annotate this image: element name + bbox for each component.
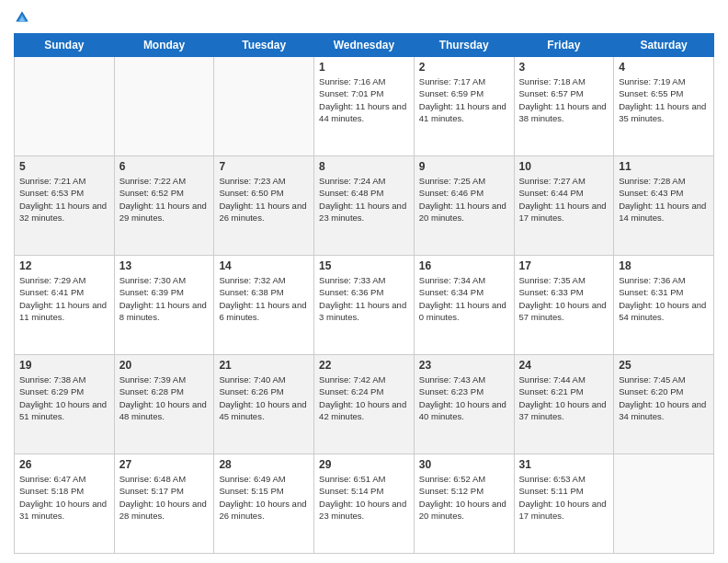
calendar-week-row: 12Sunrise: 7:29 AM Sunset: 6:41 PM Dayli… <box>15 256 714 355</box>
calendar-day-cell: 16Sunrise: 7:34 AM Sunset: 6:34 PM Dayli… <box>414 256 514 355</box>
calendar-week-row: 26Sunrise: 6:47 AM Sunset: 5:18 PM Dayli… <box>15 454 714 554</box>
day-number: 30 <box>419 458 509 471</box>
day-number: 20 <box>119 359 210 372</box>
day-info: Sunrise: 6:49 AM Sunset: 5:15 PM Dayligh… <box>219 473 309 522</box>
calendar-day-cell: 28Sunrise: 6:49 AM Sunset: 5:15 PM Dayli… <box>214 454 314 554</box>
day-number: 27 <box>119 458 210 471</box>
day-number: 8 <box>319 160 409 173</box>
calendar-body: 1Sunrise: 7:16 AM Sunset: 7:01 PM Daylig… <box>15 57 714 554</box>
calendar-header-cell: Wednesday <box>314 34 415 57</box>
day-number: 31 <box>519 458 609 471</box>
calendar-day-cell: 10Sunrise: 7:27 AM Sunset: 6:44 PM Dayli… <box>514 156 614 256</box>
day-info: Sunrise: 7:34 AM Sunset: 6:34 PM Dayligh… <box>419 274 509 323</box>
calendar-day-cell: 31Sunrise: 6:53 AM Sunset: 5:11 PM Dayli… <box>514 454 614 554</box>
calendar-day-cell: 4Sunrise: 7:19 AM Sunset: 6:55 PM Daylig… <box>614 57 714 156</box>
calendar-day-cell <box>114 57 214 156</box>
day-info: Sunrise: 7:35 AM Sunset: 6:33 PM Dayligh… <box>519 274 609 323</box>
day-info: Sunrise: 7:17 AM Sunset: 6:59 PM Dayligh… <box>419 75 509 124</box>
day-number: 3 <box>519 61 609 74</box>
calendar-day-cell: 23Sunrise: 7:43 AM Sunset: 6:23 PM Dayli… <box>414 355 514 454</box>
calendar-header-cell: Monday <box>114 34 214 57</box>
calendar-table: SundayMondayTuesdayWednesdayThursdayFrid… <box>14 33 714 554</box>
day-info: Sunrise: 7:30 AM Sunset: 6:39 PM Dayligh… <box>119 274 210 323</box>
calendar-header-cell: Friday <box>514 34 614 57</box>
day-number: 1 <box>319 61 409 74</box>
calendar-day-cell: 3Sunrise: 7:18 AM Sunset: 6:57 PM Daylig… <box>514 57 614 156</box>
day-info: Sunrise: 7:33 AM Sunset: 6:36 PM Dayligh… <box>319 274 409 323</box>
day-number: 2 <box>419 61 509 74</box>
calendar-day-cell: 24Sunrise: 7:44 AM Sunset: 6:21 PM Dayli… <box>514 355 614 454</box>
calendar-day-cell: 21Sunrise: 7:40 AM Sunset: 6:26 PM Dayli… <box>214 355 314 454</box>
day-info: Sunrise: 7:45 AM Sunset: 6:20 PM Dayligh… <box>619 373 709 422</box>
day-info: Sunrise: 7:21 AM Sunset: 6:53 PM Dayligh… <box>19 175 109 224</box>
day-info: Sunrise: 6:51 AM Sunset: 5:14 PM Dayligh… <box>319 473 409 522</box>
day-number: 26 <box>19 458 109 471</box>
page: SundayMondayTuesdayWednesdayThursdayFrid… <box>0 0 728 563</box>
calendar-header-cell: Thursday <box>414 34 514 57</box>
day-number: 10 <box>519 160 609 173</box>
day-info: Sunrise: 7:39 AM Sunset: 6:28 PM Dayligh… <box>119 373 210 422</box>
day-info: Sunrise: 7:43 AM Sunset: 6:23 PM Dayligh… <box>419 373 509 422</box>
day-number: 12 <box>19 259 109 272</box>
day-number: 15 <box>319 259 409 272</box>
day-number: 9 <box>419 160 509 173</box>
calendar-header-cell: Tuesday <box>214 34 314 57</box>
calendar-day-cell: 18Sunrise: 7:36 AM Sunset: 6:31 PM Dayli… <box>614 256 714 355</box>
day-info: Sunrise: 7:40 AM Sunset: 6:26 PM Dayligh… <box>219 373 309 422</box>
calendar-day-cell: 12Sunrise: 7:29 AM Sunset: 6:41 PM Dayli… <box>15 256 115 355</box>
day-info: Sunrise: 7:29 AM Sunset: 6:41 PM Dayligh… <box>19 274 109 323</box>
calendar-day-cell: 20Sunrise: 7:39 AM Sunset: 6:28 PM Dayli… <box>114 355 214 454</box>
day-info: Sunrise: 7:28 AM Sunset: 6:43 PM Dayligh… <box>619 175 709 224</box>
calendar-day-cell: 7Sunrise: 7:23 AM Sunset: 6:50 PM Daylig… <box>214 156 314 256</box>
day-info: Sunrise: 7:23 AM Sunset: 6:50 PM Dayligh… <box>219 175 309 224</box>
day-number: 5 <box>19 160 109 173</box>
calendar-day-cell: 11Sunrise: 7:28 AM Sunset: 6:43 PM Dayli… <box>614 156 714 256</box>
calendar-day-cell: 26Sunrise: 6:47 AM Sunset: 5:18 PM Dayli… <box>15 454 115 554</box>
calendar-day-cell: 2Sunrise: 7:17 AM Sunset: 6:59 PM Daylig… <box>414 57 514 156</box>
day-number: 18 <box>619 259 709 272</box>
calendar-day-cell: 8Sunrise: 7:24 AM Sunset: 6:48 PM Daylig… <box>314 156 415 256</box>
day-number: 25 <box>619 359 709 372</box>
calendar-week-row: 19Sunrise: 7:38 AM Sunset: 6:29 PM Dayli… <box>15 355 714 454</box>
day-number: 4 <box>619 61 709 74</box>
day-info: Sunrise: 7:36 AM Sunset: 6:31 PM Dayligh… <box>619 274 709 323</box>
day-info: Sunrise: 6:52 AM Sunset: 5:12 PM Dayligh… <box>419 473 509 522</box>
day-info: Sunrise: 7:16 AM Sunset: 7:01 PM Dayligh… <box>319 75 409 124</box>
calendar-day-cell: 9Sunrise: 7:25 AM Sunset: 6:46 PM Daylig… <box>414 156 514 256</box>
day-number: 11 <box>619 160 709 173</box>
calendar-day-cell: 25Sunrise: 7:45 AM Sunset: 6:20 PM Dayli… <box>614 355 714 454</box>
calendar-day-cell <box>15 57 115 156</box>
day-info: Sunrise: 7:44 AM Sunset: 6:21 PM Dayligh… <box>519 373 609 422</box>
day-info: Sunrise: 6:48 AM Sunset: 5:17 PM Dayligh… <box>119 473 210 522</box>
calendar-day-cell: 17Sunrise: 7:35 AM Sunset: 6:33 PM Dayli… <box>514 256 614 355</box>
logo-icon <box>14 9 30 26</box>
day-info: Sunrise: 7:22 AM Sunset: 6:52 PM Dayligh… <box>119 175 210 224</box>
day-number: 22 <box>319 359 409 372</box>
calendar-day-cell: 19Sunrise: 7:38 AM Sunset: 6:29 PM Dayli… <box>15 355 115 454</box>
calendar-day-cell: 5Sunrise: 7:21 AM Sunset: 6:53 PM Daylig… <box>15 156 115 256</box>
calendar-day-cell: 6Sunrise: 7:22 AM Sunset: 6:52 PM Daylig… <box>114 156 214 256</box>
day-number: 16 <box>419 259 509 272</box>
day-info: Sunrise: 7:24 AM Sunset: 6:48 PM Dayligh… <box>319 175 409 224</box>
calendar-header-cell: Saturday <box>614 34 714 57</box>
day-info: Sunrise: 7:25 AM Sunset: 6:46 PM Dayligh… <box>419 175 509 224</box>
calendar-day-cell: 30Sunrise: 6:52 AM Sunset: 5:12 PM Dayli… <box>414 454 514 554</box>
calendar-day-cell: 15Sunrise: 7:33 AM Sunset: 6:36 PM Dayli… <box>314 256 415 355</box>
day-number: 13 <box>119 259 210 272</box>
calendar-day-cell: 22Sunrise: 7:42 AM Sunset: 6:24 PM Dayli… <box>314 355 415 454</box>
day-number: 6 <box>119 160 210 173</box>
calendar-day-cell <box>614 454 714 554</box>
day-info: Sunrise: 7:18 AM Sunset: 6:57 PM Dayligh… <box>519 75 609 124</box>
day-info: Sunrise: 7:32 AM Sunset: 6:38 PM Dayligh… <box>219 274 309 323</box>
calendar-day-cell: 1Sunrise: 7:16 AM Sunset: 7:01 PM Daylig… <box>314 57 415 156</box>
calendar-week-row: 1Sunrise: 7:16 AM Sunset: 7:01 PM Daylig… <box>15 57 714 156</box>
day-number: 17 <box>519 259 609 272</box>
calendar-day-cell: 29Sunrise: 6:51 AM Sunset: 5:14 PM Dayli… <box>314 454 415 554</box>
day-info: Sunrise: 7:38 AM Sunset: 6:29 PM Dayligh… <box>19 373 109 422</box>
day-number: 24 <box>519 359 609 372</box>
calendar-week-row: 5Sunrise: 7:21 AM Sunset: 6:53 PM Daylig… <box>15 156 714 256</box>
day-number: 29 <box>319 458 409 471</box>
day-info: Sunrise: 7:42 AM Sunset: 6:24 PM Dayligh… <box>319 373 409 422</box>
day-info: Sunrise: 6:47 AM Sunset: 5:18 PM Dayligh… <box>19 473 109 522</box>
day-number: 21 <box>219 359 309 372</box>
